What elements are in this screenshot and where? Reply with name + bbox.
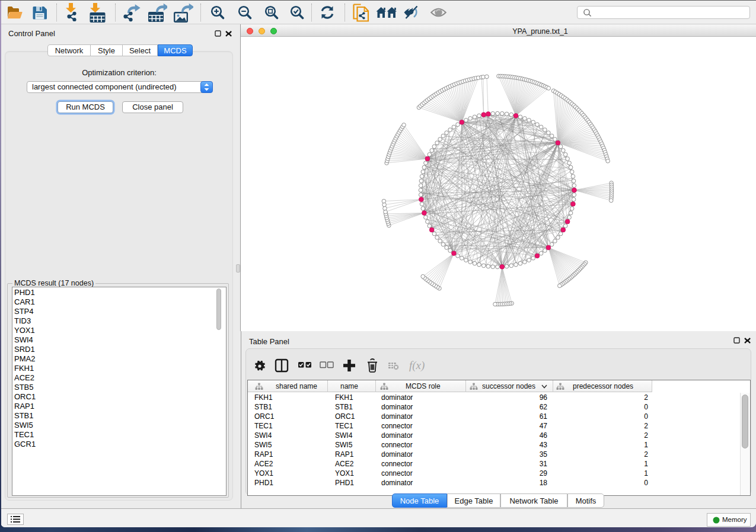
svg-text:f(x): f(x) <box>409 359 425 372</box>
